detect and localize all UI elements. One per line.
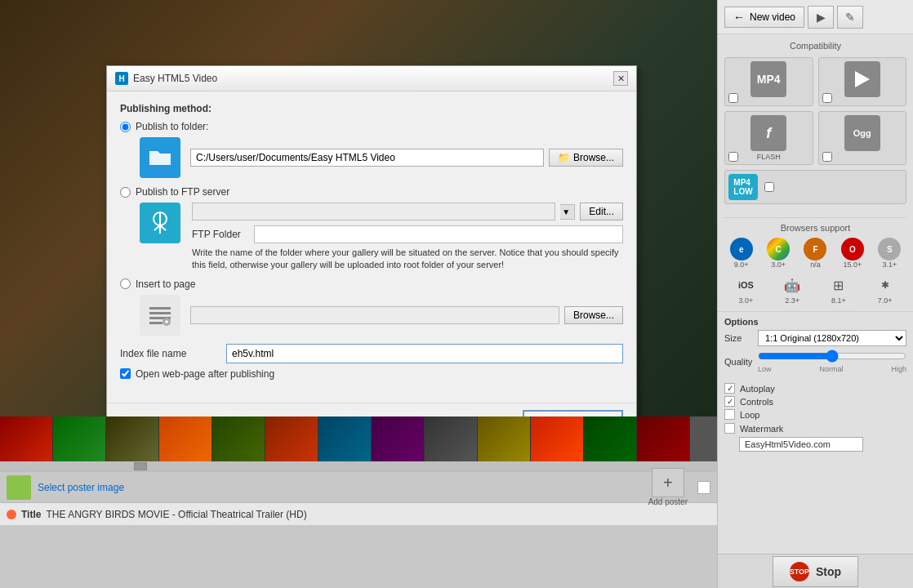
watermark-label: Watermark [740,424,783,434]
watermark-input-row [739,437,906,452]
filmstrip-inner [0,416,690,461]
mp4low-checkbox[interactable] [764,182,774,192]
ogg-checkbox[interactable] [822,152,832,162]
mobile-grid: iOS 3.0+ 🤖 2.3+ ⊞ 8.1+ ✱ 7.0+ [724,274,906,305]
scroll-indicator[interactable] [0,461,717,471]
ftp-edit-button[interactable]: Edit... [580,203,623,220]
svg-rect-2 [149,312,171,314]
publish-button[interactable]: Publish [523,410,623,416]
firefox-icon: F [804,238,826,261]
film-thumb-8[interactable] [372,416,425,461]
autoplay-label: Autoplay [740,384,775,394]
stop-label: Stop [816,565,841,578]
loop-row: Loop [724,409,906,420]
flash-letter: f [766,125,771,142]
insert-page-radio[interactable] [120,278,131,289]
edit-button[interactable]: ✎ [837,6,863,29]
browse-page-label: Browse... [573,310,614,321]
poster-checkbox[interactable] [697,481,710,494]
mp4-checkbox[interactable] [728,93,738,103]
film-thumb-2[interactable] [53,416,106,461]
film-thumb-6[interactable] [265,416,318,461]
flash-checkbox[interactable] [728,152,738,162]
publish-dialog: H Easy HTML5 Video ✕ Publishing method: … [106,65,637,416]
publish-ftp-option[interactable]: Publish to FTP server [120,186,623,198]
chrome-version: 3.0+ [771,261,786,269]
ftp-dropdown-arrow[interactable]: ▼ [560,204,575,220]
autoplay-checkbox[interactable] [724,383,735,394]
title-bar: Title [0,502,717,525]
blackberry-version: 7.0+ [878,296,893,305]
back-arrow-icon: ← [733,11,745,24]
ftp-folder-row: FTP Folder [192,225,623,243]
scroll-thumb[interactable] [134,462,147,470]
publish-ftp-label: Publish to FTP server [136,186,229,198]
stop-button[interactable]: STOP Stop [773,556,858,587]
ftp-content-area: ▼ Edit... FTP Folder Write the name of t… [140,203,623,272]
film-thumb-4[interactable] [159,416,212,461]
film-thumb-11[interactable] [531,416,584,461]
safari-icon: S [878,238,901,261]
quality-label: Quality [724,357,753,367]
film-thumb-9[interactable] [425,416,478,461]
poster-thumbnail [7,475,31,500]
checkboxes-section: Autoplay Controls Loop Watermark [718,383,913,458]
open-webpage-checkbox[interactable] [120,368,131,379]
webm-play-icon [855,71,870,87]
insert-icon [140,295,180,336]
browse-page-button[interactable]: Browse... [564,306,623,324]
ftp-folder-input[interactable] [254,225,623,243]
ios-version: 3.0+ [738,296,753,305]
android-icon: 🤖 [781,274,804,296]
quality-slider[interactable] [758,350,906,363]
browsers-grid: e 9.0+ C 3.0+ F n/a O 15.0+ S 3.1+ [724,238,906,269]
publish-folder-option[interactable]: Publish to folder: [120,121,623,132]
folder-path-input[interactable] [190,149,544,167]
new-video-button[interactable]: ← New video [724,7,804,28]
controls-checkbox[interactable] [724,396,735,407]
ftp-server-row: ▼ Edit... [192,203,623,220]
mobile-ios: iOS 3.0+ [724,274,768,305]
stop-icon: STOP [790,562,809,581]
ie-version: 9.0+ [734,261,749,269]
film-thumb-10[interactable] [478,416,531,461]
quality-high-label: High [891,365,906,373]
dialog-close-button[interactable]: ✕ [613,71,628,86]
play-button[interactable]: ▶ [808,6,834,29]
loop-checkbox[interactable] [724,409,735,420]
film-thumb-5[interactable] [212,416,265,461]
mp4low-text: MP4LOW [733,178,752,196]
publish-ftp-radio[interactable] [120,187,131,198]
ftp-server-input[interactable] [192,203,555,220]
index-file-input[interactable] [226,344,623,363]
film-thumb-7[interactable] [318,416,372,461]
insert-page-option[interactable]: Insert to page [120,278,623,290]
watermark-checkbox[interactable] [724,423,735,434]
browser-firefox: F n/a [799,238,832,269]
publish-folder-radio[interactable] [120,122,131,132]
mp4low-icon: MP4LOW [728,174,758,200]
ff-version: n/a [810,261,821,269]
select-poster-link[interactable]: Select poster image [38,482,124,493]
filmstrip [0,416,717,461]
title-input[interactable] [46,509,710,520]
browse-folder-button[interactable]: 📁 Browse... [549,149,623,167]
size-select[interactable]: 1:1 Original (1280x720) [758,330,906,346]
film-thumb-13[interactable] [637,416,690,461]
quality-row: Quality Low Normal High [724,350,906,373]
quality-markers: Low Normal High [758,365,906,373]
add-poster-button[interactable]: + [652,468,684,497]
film-thumb-12[interactable] [584,416,637,461]
quality-slider-container: Low Normal High [758,350,906,373]
film-thumb-1[interactable] [0,416,53,461]
ios-icon: iOS [734,274,757,296]
dialog-footer: Publish [107,403,636,416]
film-thumb-3[interactable] [106,416,159,461]
webm-checkbox[interactable] [822,93,832,103]
insert-to-page-section: Insert to page [120,278,623,336]
compatibility-title: Compatibility [724,41,906,51]
ogg-icon: Ogg [844,115,880,151]
dialog-app-icon: H [115,72,128,85]
insert-path-input[interactable] [190,306,559,324]
watermark-input[interactable] [739,437,863,452]
